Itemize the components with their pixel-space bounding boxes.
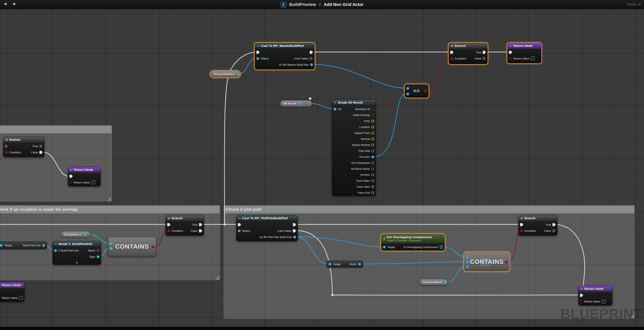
branch-plot-pole-pin-false[interactable] <box>552 229 556 232</box>
contains-overlap[interactable]: CONTAINS <box>108 237 156 256</box>
cast-to-bp-plotpolebuildpart-pin-as-bp-plot-pole-build-part[interactable] <box>293 236 296 238</box>
contains-overlap-pin-right-0[interactable] <box>152 246 154 248</box>
cast-to-bp-plotpolebuildpart-pin-cast-failed[interactable] <box>293 229 296 232</box>
return-node-bottom-left-pin-left-0[interactable] <box>0 290 1 293</box>
branch-overlap-header[interactable]: ⇄Branch <box>166 216 204 221</box>
return-node-top-right[interactable]: ↩Return NodeReturn Value <box>507 43 542 63</box>
contains-plot-pole-pin-left-0[interactable] <box>466 255 469 259</box>
break-hit-result-pin-impact-normal[interactable] <box>372 144 374 146</box>
return-node-left-pin-left-0[interactable] <box>70 175 73 178</box>
branch-overlap-pin-left-0[interactable] <box>167 223 170 226</box>
get-build-part-info[interactable]: TargetBuild Part Info <box>0 242 47 249</box>
contains-overlap-pin-left-1[interactable] <box>110 247 112 250</box>
cast-to-bp-plotpolebuildpart-pin-left-0[interactable] <box>238 223 241 226</box>
branch-overlap-pin-false[interactable] <box>199 229 202 232</box>
return-node-plot-pole-pin-left-0[interactable] <box>580 294 583 297</box>
return-node-plot-pole[interactable]: ↩Return NodeReturn Value <box>578 286 612 306</box>
branch-top-right[interactable]: ⇄BranchConditionTrueFalse <box>448 43 488 64</box>
return-node-plot-pole-return-value-checkbox[interactable] <box>602 300 606 303</box>
branch-left-pin-false[interactable] <box>40 151 43 154</box>
return-node-bottom-left-pin-return-value[interactable] <box>0 296 0 299</box>
contains-plot-pole-pin-right-0[interactable] <box>505 261 508 264</box>
branch-plot-pole-header[interactable]: ⇄Branch <box>518 216 557 221</box>
branch-top-right-pin-left-0[interactable] <box>450 51 454 54</box>
exceptions-l-pin-out-0[interactable] <box>84 233 86 236</box>
return-node-left-pin-return-value[interactable] <box>70 181 72 184</box>
branch-plot-pole-pin-left-0[interactable] <box>520 223 523 226</box>
return-node-plot-pole-pin-return-value[interactable] <box>580 300 583 303</box>
get-overlapping-components-header[interactable]: ƒGet Overlapping ComponentsTarget is Pri… <box>382 234 444 244</box>
return-node-bottom-left[interactable]: ↩Return NodeReturn Value <box>0 282 24 302</box>
cast-to-bp-masterbuildpart-header[interactable]: ⇒Cast To BP_MasterBuildPart <box>255 43 314 49</box>
break-hit-result-pin-trace-start[interactable] <box>372 185 374 188</box>
break-hit-result-pin-normal[interactable] <box>372 138 374 140</box>
get-overlapping-components-pin-target[interactable] <box>383 246 386 248</box>
contains-plot-pole-pin-left-2[interactable] <box>466 266 469 268</box>
equal-equal-pin-right-0[interactable] <box>424 90 427 92</box>
get-mesh[interactable]: TargetMesh <box>326 261 363 268</box>
branch-plot-pole-pin-true[interactable] <box>552 223 556 226</box>
array-element-l[interactable]: Array Element L <box>210 71 240 78</box>
cast-to-bp-plotpolebuildpart-pin-right-0[interactable] <box>293 223 296 226</box>
break-hit-result-pin-face-index[interactable] <box>372 180 374 182</box>
return-node-left-header[interactable]: ↩Return Node <box>68 167 100 173</box>
return-node-bottom-left-return-value-checkbox[interactable] <box>19 296 23 300</box>
equal-equal-pin-left-1[interactable] <box>406 92 409 95</box>
hit-result[interactable]: Hit Result <box>280 100 312 107</box>
contains-plot-pole-pin-left-1[interactable] <box>466 261 469 264</box>
array-element-l-pin-out-0[interactable] <box>237 73 240 76</box>
break-s-buildpartinfo-pin-s-build-part-info[interactable] <box>54 249 57 252</box>
cast-to-bp-masterbuildpart-pin-left-0[interactable] <box>256 51 260 54</box>
exceptions-l[interactable]: Exceptions L <box>61 231 90 238</box>
break-hit-result-pin-hit-actor[interactable] <box>372 156 374 158</box>
cast-to-bp-masterbuildpart[interactable]: ⇒Cast To BP_MasterBuildPartObjectCast Fa… <box>255 43 315 70</box>
breadcrumb-root[interactable]: BuildPreview <box>289 2 316 7</box>
return-node-top-right-return-value-checkbox[interactable] <box>531 56 534 60</box>
break-hit-result-pin-impact-point[interactable] <box>372 132 374 134</box>
return-node-top-right-pin-return-value[interactable] <box>509 57 512 60</box>
branch-plot-pole[interactable]: ⇄BranchConditionTrueFalse <box>518 215 558 236</box>
get-overlapping-components-pin-in-overlapping-components[interactable] <box>440 245 443 249</box>
break-hit-result-pin-initial-overlap[interactable] <box>372 114 374 116</box>
cast-to-bp-plotpolebuildpart-header[interactable]: ⇒Cast To BP_PlotPoleBuildPart <box>236 216 298 221</box>
branch-top-right-pin-true[interactable] <box>483 51 486 54</box>
return-node-left-return-value-checkbox[interactable] <box>91 180 95 184</box>
branch-overlap-pin-true[interactable] <box>199 223 202 226</box>
break-hit-result-pin-trace-end[interactable] <box>372 191 374 194</box>
cast-to-bp-masterbuildpart-pin-right-0[interactable] <box>310 51 313 54</box>
hit-result-pin-out-0[interactable] <box>298 102 301 105</box>
break-hit-result-pin-hit-component[interactable] <box>372 162 374 164</box>
break-hit-result-pin-location[interactable] <box>372 126 374 128</box>
get-mesh-pin-mesh[interactable] <box>358 263 361 266</box>
equal-equal-pin-left-0[interactable] <box>406 87 409 90</box>
break-hit-result-pin-phys-mat[interactable] <box>372 150 374 152</box>
break-hit-result-pin-hit-item[interactable] <box>372 174 374 176</box>
branch-left-header[interactable]: ⇄Branch <box>4 137 44 143</box>
break-s-buildpartinfo-pin-name[interactable] <box>97 249 100 252</box>
branch-left[interactable]: ⇄BranchConditionTrueFalse <box>3 137 44 157</box>
back-arrow-icon[interactable]: ◄ <box>3 1 8 6</box>
branch-left-pin-condition[interactable] <box>5 151 8 154</box>
break-hit-result-pin-hit-bone-name[interactable] <box>372 168 374 170</box>
contains-overlap-pin-left-0[interactable] <box>110 242 112 245</box>
break-hit-result-pin-time[interactable] <box>372 120 374 122</box>
branch-overlap-pin-condition[interactable] <box>167 230 170 232</box>
cast-to-bp-masterbuildpart-pin-object[interactable] <box>256 57 259 60</box>
break-s-buildpartinfo-expand-arrow[interactable]: ▼ <box>76 261 78 264</box>
get-build-part-info-pin-build-part-info[interactable] <box>42 244 45 247</box>
equal-equal[interactable]: == <box>405 84 428 98</box>
cast-to-bp-plotpolebuildpart-pin-object[interactable] <box>238 230 240 232</box>
branch-overlap[interactable]: ⇄BranchConditionTrueFalse <box>166 215 204 236</box>
return-node-top-right-pin-left-0[interactable] <box>509 51 512 54</box>
branch-top-right-pin-condition[interactable] <box>450 57 453 60</box>
branch-top-right-header[interactable]: ⇄Branch <box>449 43 488 49</box>
return-node-top-right-header[interactable]: ↩Return Node <box>508 43 541 49</box>
branch-top-right-pin-false[interactable] <box>483 57 486 60</box>
forward-arrow-icon[interactable]: ► <box>12 1 17 6</box>
selected-mesh-pin-out-0[interactable] <box>444 281 447 284</box>
return-node-bottom-left-header[interactable]: ↩Return Node <box>0 282 24 288</box>
get-build-part-info-pin-target[interactable] <box>0 244 2 247</box>
cast-to-bp-plotpolebuildpart[interactable]: ⇒Cast To BP_PlotPoleBuildPartObjectCast … <box>236 215 298 241</box>
contains-plot-pole[interactable]: CONTAINS <box>464 252 510 271</box>
break-s-buildpartinfo-header[interactable]: ✦Break S_BuildPartInfo <box>53 241 101 247</box>
